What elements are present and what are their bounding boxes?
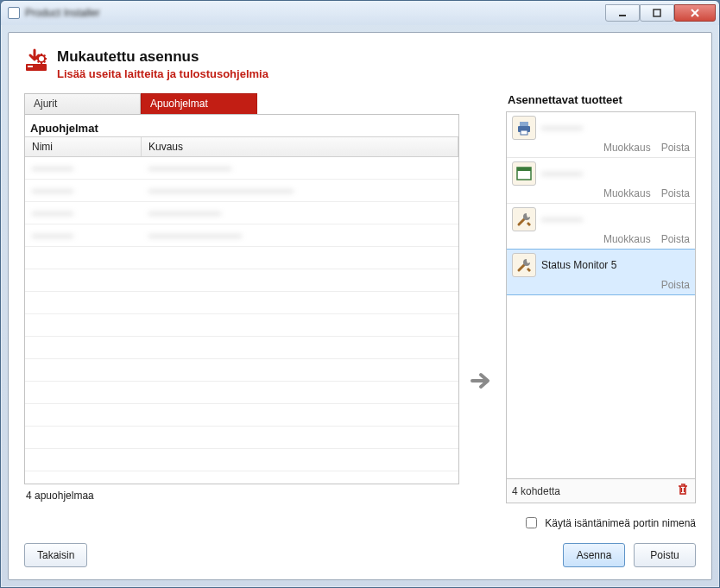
client-area: Mukautettu asennus Lisää useita laitteit…	[8, 32, 712, 580]
products-footer: 4 kohdetta	[506, 479, 696, 503]
header-text: Mukautettu asennus Lisää useita laitteit…	[57, 48, 268, 80]
cell-desc: ————————	[142, 162, 458, 174]
titlebar[interactable]: Product Installer	[1, 1, 719, 25]
close-button[interactable]	[674, 4, 716, 22]
panel-footer: 4 apuohjelmaa	[24, 484, 459, 503]
svg-rect-9	[517, 168, 531, 171]
product-name: ————	[541, 168, 583, 180]
svg-rect-6	[520, 122, 528, 126]
back-button[interactable]: Takaisin	[24, 543, 87, 567]
custom-install-icon	[24, 48, 48, 73]
cell-desc: —————————	[142, 230, 458, 242]
product-name: ————	[541, 122, 583, 134]
exit-button[interactable]: Poistu	[634, 543, 696, 567]
products-list[interactable]: ————MuokkausPoista————MuokkausPoista————…	[506, 111, 696, 479]
utilities-panel: Apuohjelmat Nimi Kuvaus ————————————————…	[24, 114, 459, 484]
page-title: Mukautettu asennus	[57, 48, 268, 66]
printer-icon	[512, 116, 536, 140]
right-column: Asennettavat tuotteet ————MuokkausPoista…	[506, 93, 696, 503]
col-header-name[interactable]: Nimi	[25, 137, 142, 156]
product-name: ————	[541, 213, 583, 225]
page-header: Mukautettu asennus Lisää useita laitteit…	[24, 48, 696, 80]
page-subtitle: Lisää useita laitteita ja tulostusohjelm…	[57, 67, 268, 80]
minimize-icon	[618, 9, 627, 17]
cell-name: ————	[25, 162, 142, 174]
svg-rect-1	[654, 9, 660, 16]
delete-all-button[interactable]	[676, 483, 690, 499]
window-title: Product Installer	[25, 7, 100, 19]
table-row[interactable]	[25, 359, 458, 382]
tools-icon	[512, 253, 536, 277]
products-count: 4 kohdetta	[512, 485, 560, 497]
table-row[interactable]	[25, 337, 458, 359]
tools-icon	[512, 207, 536, 231]
tab-drivers[interactable]: Ajurit	[24, 93, 141, 114]
table-row[interactable]	[25, 314, 458, 337]
svg-rect-4	[28, 66, 33, 67]
edit-link[interactable]: Muokkaus	[603, 142, 651, 154]
product-item[interactable]: Status Monitor 5Poista	[506, 249, 696, 295]
tab-utilities[interactable]: Apuohjelmat	[141, 93, 257, 114]
products-title: Asennettavat tuotteet	[508, 93, 696, 106]
table-row[interactable]: ——————————————————	[25, 180, 458, 202]
hostname-checkbox-label: Käytä isäntänimeä portin nimenä	[545, 517, 696, 529]
maximize-button[interactable]	[640, 4, 674, 22]
cell-name: ————	[25, 230, 142, 242]
maximize-icon	[653, 9, 661, 17]
remove-link[interactable]: Poista	[661, 279, 690, 291]
installer-window: Product Installer	[0, 0, 720, 588]
arrow-right-icon	[471, 371, 495, 390]
minimize-button[interactable]	[605, 4, 640, 22]
hostname-checkbox-row[interactable]: Käytä isäntänimeä portin nimenä	[522, 515, 696, 531]
product-item[interactable]: ————MuokkausPoista	[507, 112, 695, 158]
svg-rect-0	[619, 15, 626, 16]
table-row[interactable]	[25, 247, 458, 269]
table-row[interactable]	[25, 269, 458, 292]
remove-link[interactable]: Poista	[661, 187, 690, 199]
content: Mukautettu asennus Lisää useita laitteit…	[9, 33, 711, 579]
main-columns: Ajurit Apuohjelmat Apuohjelmat Nimi Kuva…	[24, 93, 696, 503]
col-header-desc[interactable]: Kuvaus	[142, 137, 458, 156]
footer-buttons: Takaisin Asenna Poistu	[24, 543, 696, 567]
table-row[interactable]: ———————————	[25, 202, 458, 224]
cell-desc: ——————————————	[142, 185, 458, 197]
product-item[interactable]: ————MuokkausPoista	[507, 204, 695, 250]
table-row[interactable]	[25, 292, 458, 314]
table-row[interactable]: ————————————	[25, 157, 458, 180]
table-header: Nimi Kuvaus	[25, 136, 458, 157]
svg-point-2	[38, 55, 45, 62]
table-row[interactable]	[25, 427, 458, 449]
edit-link[interactable]: Muokkaus	[603, 187, 651, 199]
svg-rect-7	[521, 130, 527, 135]
edit-link[interactable]: Muokkaus	[603, 233, 651, 245]
product-name: Status Monitor 5	[541, 259, 616, 271]
trash-icon	[676, 483, 690, 496]
product-item[interactable]: ————MuokkausPoista	[507, 158, 695, 204]
cell-desc: ———————	[142, 207, 458, 219]
app-icon	[8, 7, 20, 19]
table-row[interactable]	[25, 404, 458, 427]
close-icon	[690, 8, 700, 18]
table-row[interactable]: —————————————	[25, 224, 458, 247]
hostname-checkbox[interactable]	[526, 517, 537, 528]
remove-link[interactable]: Poista	[661, 142, 690, 154]
remove-link[interactable]: Poista	[661, 233, 690, 245]
window-icon	[512, 161, 536, 186]
tab-bar: Ajurit Apuohjelmat	[24, 93, 459, 114]
transfer-arrow	[468, 93, 497, 503]
table-row[interactable]	[25, 449, 458, 471]
table-row[interactable]	[25, 382, 458, 404]
table-body[interactable]: ————————————————————————————————————————…	[25, 157, 458, 484]
panel-title: Apuohjelmat	[25, 115, 458, 136]
cell-name: ————	[25, 207, 142, 219]
left-column: Ajurit Apuohjelmat Apuohjelmat Nimi Kuva…	[24, 93, 459, 503]
cell-name: ————	[25, 185, 142, 197]
window-controls	[605, 4, 716, 22]
install-button[interactable]: Asenna	[563, 543, 625, 567]
